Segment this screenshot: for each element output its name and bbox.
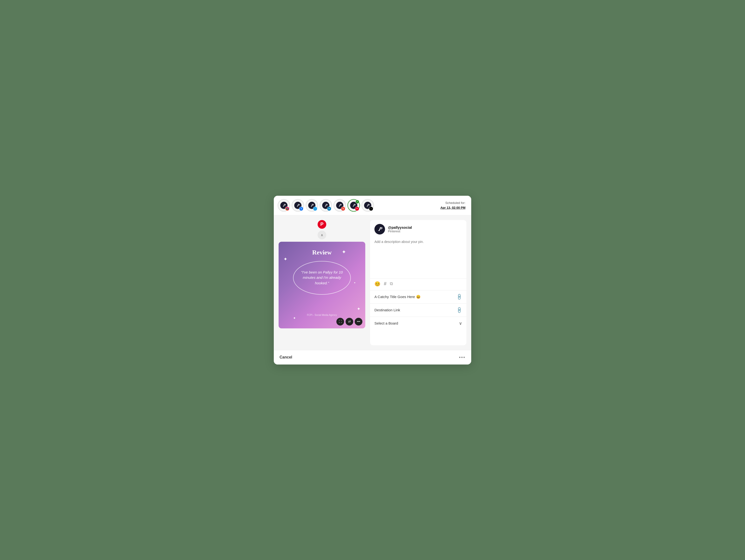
platform-tab-tiktok[interactable]: 𝑃 ♪ (361, 199, 374, 211)
platform-tab-google[interactable]: 𝑃 G (333, 199, 346, 211)
title-link-icon[interactable]: 🔗 (456, 293, 463, 300)
left-panel: P ∧ Review ✦ ✦ ✦ ✦ ✦ "I've been on Pally… (279, 220, 365, 345)
preview-quote: "I've been on Pallyy for 10 minutes and … (297, 270, 347, 286)
more-options-button[interactable]: ••• (459, 355, 465, 360)
title-field-row: A Catchy Title Goes Here 😄 🔗 Title (370, 290, 466, 303)
google-badge: G (341, 206, 345, 211)
schedule-date[interactable]: Apr 13, 02:00 PM (441, 205, 465, 210)
hashtag-button[interactable]: # (384, 281, 386, 287)
facebook-badge: f (299, 206, 303, 211)
chevron-down-icon: ∨ (459, 321, 462, 326)
more-image-options-button[interactable]: ••• (355, 318, 362, 326)
account-platform: Pinterest (388, 229, 412, 233)
destination-link-row: Destination Link 🔗 (370, 303, 466, 317)
fullscreen-button[interactable]: ⛶ (336, 318, 344, 326)
instagram-badge: 📷 (285, 206, 289, 211)
cancel-button[interactable]: Cancel (280, 355, 292, 359)
copy-button[interactable]: ⧉ (390, 281, 393, 287)
image-controls: ⛶ ⇄ ••• (336, 318, 362, 326)
modal-container: 𝑃 📷 𝑃 f 𝑃 🐦 𝑃 in 𝑃 G (274, 196, 471, 364)
main-content: P ∧ Review ✦ ✦ ✦ ✦ ✦ "I've been on Pally… (274, 215, 471, 350)
collapse-button[interactable]: ∧ (318, 231, 326, 239)
top-bar: 𝑃 📷 𝑃 f 𝑃 🐦 𝑃 in 𝑃 G (274, 196, 471, 215)
platform-tab-twitter[interactable]: 𝑃 🐦 (305, 199, 318, 211)
account-info: @pallyysocial Pinterest (388, 225, 412, 233)
image-preview-wrapper: Review ✦ ✦ ✦ ✦ ✦ "I've been on Pallyy fo… (279, 242, 365, 328)
emoji-icon: 😊 (375, 281, 381, 287)
star2: ✦ (342, 249, 346, 255)
tiktok-badge: ♪ (369, 206, 373, 211)
destination-link-icon[interactable]: 🔗 (456, 306, 463, 314)
bottom-bar: Cancel ••• (274, 350, 471, 364)
account-name: @pallyysocial (388, 225, 412, 229)
twitter-badge: 🐦 (313, 206, 317, 211)
hashtag-icon: # (384, 281, 386, 287)
copy-icon: ⧉ (390, 281, 393, 286)
schedule-info: Scheduled for: Apr 13, 02:00 PM (441, 201, 465, 210)
pinterest-platform-icon: P (318, 220, 326, 229)
account-header: 𝑃 @pallyysocial Pinterest (370, 220, 466, 238)
description-input[interactable] (375, 240, 462, 273)
star5: ✦ (354, 282, 356, 284)
linkedin-badge: in (327, 206, 331, 211)
pinterest-badge: P (355, 206, 359, 211)
schedule-label: Scheduled for: (441, 201, 465, 205)
platform-tab-pinterest[interactable]: 𝑃 P ✓ (348, 199, 360, 211)
preview-agency: FCPI - Social Media Agency (307, 314, 337, 316)
image-preview: Review ✦ ✦ ✦ ✦ ✦ "I've been on Pallyy fo… (279, 242, 365, 328)
star1: ✦ (283, 256, 288, 262)
platform-tab-instagram[interactable]: 𝑃 📷 (278, 199, 290, 211)
select-board-label: Select a Board (375, 321, 398, 325)
platform-tab-facebook[interactable]: 𝑃 f (292, 199, 304, 211)
right-panel: 𝑃 @pallyysocial Pinterest 😊 # ⧉ (370, 220, 466, 345)
swap-button[interactable]: ⇄ (346, 318, 353, 326)
platform-tabs: 𝑃 📷 𝑃 f 𝑃 🐦 𝑃 in 𝑃 G (278, 199, 374, 211)
title-field-label[interactable]: A Catchy Title Goes Here 😄 (375, 295, 421, 299)
account-avatar: 𝑃 (375, 224, 385, 234)
select-board-row[interactable]: Select a Board ∨ (370, 317, 466, 330)
checkmark-badge: ✓ (355, 200, 359, 204)
platform-tab-linkedin[interactable]: 𝑃 in (320, 199, 332, 211)
preview-oval: "I've been on Pallyy for 10 minutes and … (293, 261, 351, 295)
preview-title: Review (312, 249, 332, 256)
destination-link-label[interactable]: Destination Link (375, 308, 400, 312)
star3: ✦ (357, 306, 360, 311)
toolbar-row: 😊 # ⧉ (370, 278, 466, 290)
description-area (370, 238, 466, 278)
emoji-button[interactable]: 😊 (375, 281, 381, 287)
star4: ✦ (293, 316, 296, 320)
